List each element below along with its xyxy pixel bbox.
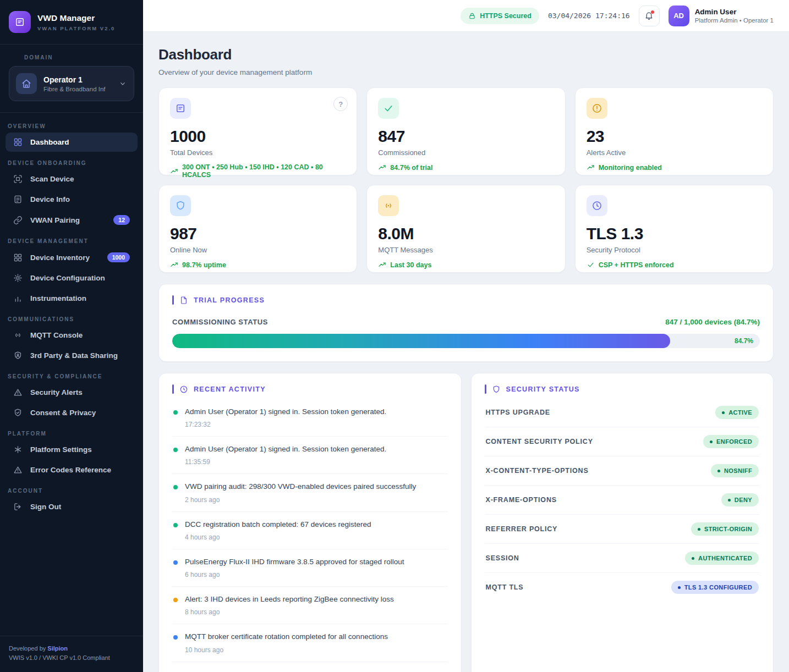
sidebar-item-security-alerts[interactable]: Security Alerts <box>6 383 138 402</box>
stat-label: Commissioned <box>378 148 554 157</box>
sidebar-item-platform-settings[interactable]: Platform Settings <box>6 440 138 459</box>
shield-user-icon <box>13 351 23 360</box>
sidebar-item-device-inventory[interactable]: Device Inventory 1000 <box>6 247 138 267</box>
status-dot-icon <box>173 485 178 489</box>
gear-icon <box>13 273 23 283</box>
activity-time: 2 hours ago <box>185 496 416 504</box>
sidebar-item-device-configuration[interactable]: Device Configuration <box>6 268 138 288</box>
status-dot-icon <box>698 528 700 531</box>
security-row-mqtt-tls: MQTT TLS TLS 1.3 CONFIGURED <box>485 573 760 602</box>
stat-value: 8.0M <box>378 224 554 243</box>
status-badge-text: AUTHENTICATED <box>698 555 752 561</box>
grid-icon <box>13 137 23 147</box>
sidebar-item-consent-privacy[interactable]: Consent & Privacy <box>6 403 138 422</box>
activity-text: Admin User (Operator 1) signed in. Sessi… <box>185 444 386 454</box>
stat-trend: 98.7% uptime <box>170 261 346 269</box>
security-row-label: X-FRAME-OPTIONS <box>486 496 557 504</box>
stat-trend-text: 300 ONT • 250 Hub • 150 IHD • 120 CAD • … <box>182 163 346 179</box>
activity-time: 4 hours ago <box>185 533 371 541</box>
activity-text: VWD pairing audit: 298/300 VWD-enabled d… <box>185 482 416 492</box>
stat-card-alerts-active: 23 Alerts Active Monitoring enabled <box>575 87 774 175</box>
developer-link[interactable]: Silpion <box>47 645 68 652</box>
sidebar-item-label: Sign Out <box>30 503 61 511</box>
activity-text: PulseEnergy Flux-II IHD firmware 3.8.5 a… <box>185 557 404 567</box>
activity-text: Firmware OTA update v3.4.3 pushed to 120… <box>185 670 432 672</box>
sidebar: VWD Manager VWAN PLATFORM V2.0 DOMAIN Op… <box>0 0 143 672</box>
warning-icon <box>13 388 23 397</box>
app-subtitle: VWAN PLATFORM V2.0 <box>37 25 115 31</box>
trend-icon <box>170 167 178 175</box>
sidebar-item-label: Security Alerts <box>30 388 83 396</box>
status-dot-icon <box>173 523 178 527</box>
stat-value: TLS 1.3 <box>587 224 762 243</box>
notifications-button[interactable] <box>639 5 660 26</box>
sidebar-section-overview: OVERVIEW Dashboard <box>0 123 143 152</box>
security-row-label: CONTENT SECURITY POLICY <box>486 438 593 445</box>
shield-check-icon <box>13 408 23 417</box>
grid-icon <box>13 253 23 262</box>
sidebar-section-label: DEVICE ONBOARDING <box>8 160 143 166</box>
status-badge: ACTIVE <box>715 406 759 419</box>
security-row-label: MQTT TLS <box>486 583 524 591</box>
recent-activity-header: RECENT ACTIVITY <box>172 384 448 394</box>
sidebar-item-label: Device Configuration <box>30 274 105 282</box>
app-logo <box>9 11 31 33</box>
security-row-session: SESSION AUTHENTICATED <box>485 544 760 573</box>
sidebar-item-vwan-pairing[interactable]: VWAN Pairing 12 <box>6 210 138 230</box>
link-icon <box>13 216 23 225</box>
activity-text: DCC registration batch completed: 67 dev… <box>185 520 371 530</box>
sidebar-item-error-codes-reference[interactable]: Error Codes Reference <box>6 460 138 480</box>
status-dot-icon <box>678 586 681 589</box>
status-badge-text: TLS 1.3 CONFIGURED <box>684 584 752 591</box>
app-title: VWD Manager <box>37 13 115 23</box>
status-dot-icon <box>173 598 178 602</box>
status-dot-icon <box>173 635 178 640</box>
main-content: Dashboard Overview of your device manage… <box>143 32 789 672</box>
user-role: Platform Admin • Operator 1 <box>695 17 774 24</box>
sidebar-item-label: Error Codes Reference <box>30 466 111 474</box>
check-icon <box>587 261 595 269</box>
trend-icon <box>587 163 595 172</box>
activity-time: 10 hours ago <box>185 646 388 654</box>
sidebar-nav: OVERVIEW Dashboard DEVICE ONBOARDING Sca… <box>0 113 143 636</box>
stat-value: 23 <box>587 127 762 146</box>
count-badge: 12 <box>113 215 130 225</box>
sidebar-item-3rd-party-data-sharing[interactable]: 3rd Party & Data Sharing <box>6 346 138 365</box>
chevron-down-icon <box>118 79 127 88</box>
user-menu[interactable]: AD Admin User Platform Admin • Operator … <box>669 5 774 26</box>
sidebar-section-platform: PLATFORM Platform Settings Error Codes R… <box>0 431 143 480</box>
stat-value: 1000 <box>170 127 346 146</box>
security-row-referrer-policy: REFERRER POLICY STRICT-ORIGIN <box>485 515 760 544</box>
page-title: Dashboard <box>158 46 774 63</box>
domain-selector[interactable]: Operator 1 Fibre & Broadband Inf <box>9 66 134 101</box>
help-button[interactable]: ? <box>333 97 348 111</box>
shield-icon <box>492 385 501 394</box>
check-icon <box>378 98 399 119</box>
commissioning-status-value: 847 / 1,000 devices (84.7%) <box>665 318 760 326</box>
developed-by-text: Developed by <box>9 645 46 652</box>
stat-trend: Last 30 days <box>378 261 554 269</box>
https-secured-badge: HTTPS Secured <box>461 8 539 24</box>
sidebar-section-account: ACCOUNT Sign Out <box>0 488 143 516</box>
sidebar-section-device-management: DEVICE MANAGEMENT Device Inventory 1000 … <box>0 238 143 308</box>
stat-label: Online Now <box>170 246 346 254</box>
sidebar-item-scan-device[interactable]: Scan Device <box>6 169 138 189</box>
stat-card-total-devices: ? 1000 Total Devices 300 ONT • 250 Hub •… <box>158 87 357 175</box>
activity-item: Admin User (Operator 1) signed in. Sessi… <box>172 437 448 474</box>
accent-bar <box>172 384 174 394</box>
sidebar-item-instrumentation[interactable]: Instrumentation <box>6 289 138 308</box>
sidebar-item-device-info[interactable]: Device Info <box>6 190 138 209</box>
security-row-content-security-policy: CONTENT SECURITY POLICY ENFORCED <box>485 427 760 456</box>
sidebar-item-label: Device Info <box>30 195 70 203</box>
stat-trend-text: Monitoring enabled <box>599 164 662 172</box>
sidebar-section-label: SECURITY & COMPLIANCE <box>8 373 143 379</box>
page-subtitle: Overview of your device management platf… <box>158 68 774 76</box>
status-badge-text: NOSNIFF <box>724 467 752 474</box>
sidebar-section-label: COMMUNICATIONS <box>8 316 143 322</box>
activity-item: Firmware OTA update v3.4.3 pushed to 120… <box>172 662 448 672</box>
sidebar-item-sign-out[interactable]: Sign Out <box>6 497 138 516</box>
stat-trend-text: 98.7% uptime <box>182 261 226 269</box>
security-row-https-upgrade: HTTPS UPGRADE ACTIVE <box>485 398 760 427</box>
sidebar-item-mqtt-console[interactable]: MQTT Console <box>6 326 138 345</box>
sidebar-item-dashboard[interactable]: Dashboard <box>6 133 138 152</box>
